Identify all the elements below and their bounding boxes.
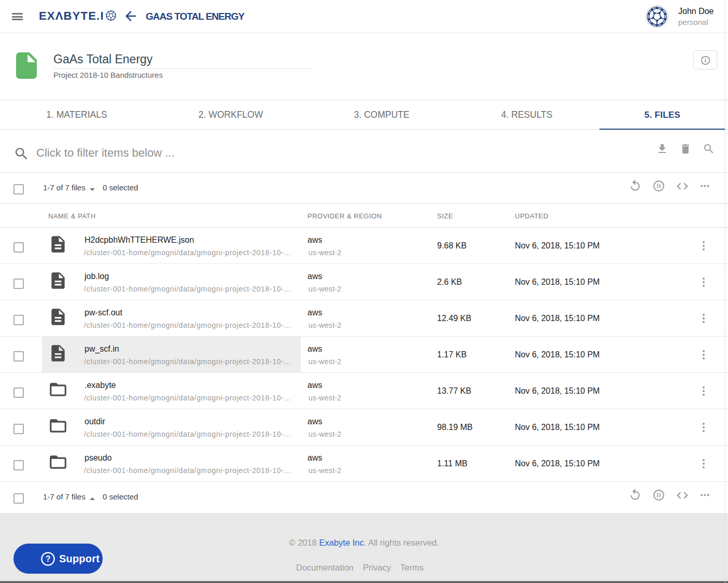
svg-text:?: ? bbox=[46, 554, 51, 563]
